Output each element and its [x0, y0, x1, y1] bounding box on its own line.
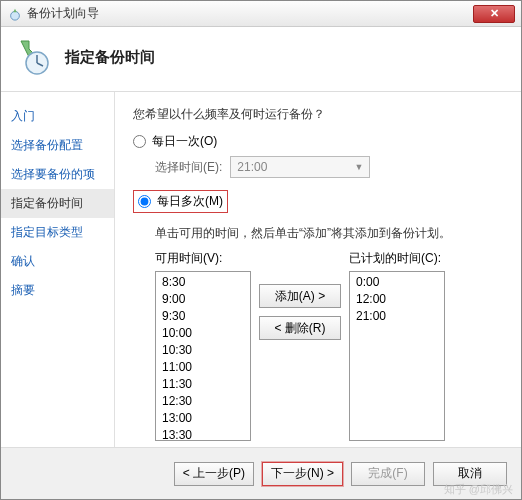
select-time-label: 选择时间(E):	[155, 159, 222, 176]
app-icon	[7, 6, 23, 22]
available-listbox[interactable]: 8:309:009:3010:0010:3011:0011:3012:3013:…	[155, 271, 251, 441]
sidebar: 入门选择备份配置选择要备份的项指定备份时间指定目标类型确认摘要	[1, 92, 115, 450]
radio-multi[interactable]	[138, 195, 151, 208]
available-label: 可用时间(V):	[155, 250, 251, 267]
select-time-row: 选择时间(E): 21:00 ▼	[155, 156, 503, 178]
available-time-option[interactable]: 12:30	[160, 393, 246, 409]
available-time-option[interactable]: 13:00	[160, 410, 246, 426]
available-time-option[interactable]: 10:30	[160, 342, 246, 358]
titlebar: 备份计划向导 ✕	[1, 1, 521, 27]
page-title: 指定备份时间	[65, 48, 155, 67]
wizard-header: 指定备份时间	[1, 27, 521, 92]
radio-once[interactable]	[133, 135, 146, 148]
hint-text: 单击可用的时间，然后单击“添加”将其添加到备份计划。	[155, 225, 503, 242]
close-button[interactable]: ✕	[473, 5, 515, 23]
radio-multi-row[interactable]: 每日多次(M)	[133, 190, 228, 213]
available-time-option[interactable]: 11:00	[160, 359, 246, 375]
select-time-combo[interactable]: 21:00 ▼	[230, 156, 370, 178]
scheduled-time-option[interactable]: 12:00	[354, 291, 440, 307]
radio-once-label: 每日一次(O)	[152, 133, 217, 150]
finish-button[interactable]: 完成(F)	[351, 462, 425, 486]
main-panel: 您希望以什么频率及何时运行备份？ 每日一次(O) 选择时间(E): 21:00 …	[115, 92, 521, 450]
schedule-icon	[15, 37, 55, 77]
available-time-option[interactable]: 9:30	[160, 308, 246, 324]
wizard-footer: < 上一步(P) 下一步(N) > 完成(F) 取消	[1, 447, 521, 499]
chevron-down-icon: ▼	[354, 162, 363, 172]
next-button[interactable]: 下一步(N) >	[262, 462, 343, 486]
sidebar-item-2[interactable]: 选择要备份的项	[1, 160, 114, 189]
time-lists: 可用时间(V): 8:309:009:3010:0010:3011:0011:3…	[155, 250, 503, 441]
sidebar-item-6[interactable]: 摘要	[1, 276, 114, 305]
available-time-option[interactable]: 11:30	[160, 376, 246, 392]
sidebar-item-0[interactable]: 入门	[1, 102, 114, 131]
scheduled-label: 已计划的时间(C):	[349, 250, 445, 267]
sidebar-item-4[interactable]: 指定目标类型	[1, 218, 114, 247]
cancel-button[interactable]: 取消	[433, 462, 507, 486]
available-time-option[interactable]: 13:30	[160, 427, 246, 441]
add-button[interactable]: 添加(A) >	[259, 284, 341, 308]
sidebar-item-3[interactable]: 指定备份时间	[1, 189, 114, 218]
available-time-option[interactable]: 9:00	[160, 291, 246, 307]
radio-multi-label: 每日多次(M)	[157, 193, 223, 210]
sidebar-item-1[interactable]: 选择备份配置	[1, 131, 114, 160]
wizard-window: 备份计划向导 ✕ 指定备份时间 入门选择备份配置选择要备份的项指定备份时间指定目…	[0, 0, 522, 500]
available-time-option[interactable]: 10:00	[160, 325, 246, 341]
radio-once-row[interactable]: 每日一次(O)	[133, 133, 503, 150]
wizard-body: 入门选择备份配置选择要备份的项指定备份时间指定目标类型确认摘要 您希望以什么频率…	[1, 92, 521, 450]
remove-button[interactable]: < 删除(R)	[259, 316, 341, 340]
scheduled-listbox[interactable]: 0:0012:0021:00	[349, 271, 445, 441]
sidebar-item-5[interactable]: 确认	[1, 247, 114, 276]
select-time-value: 21:00	[237, 160, 267, 174]
scheduled-time-option[interactable]: 0:00	[354, 274, 440, 290]
available-time-option[interactable]: 8:30	[160, 274, 246, 290]
window-title: 备份计划向导	[27, 5, 473, 22]
svg-point-0	[11, 11, 20, 20]
prompt-text: 您希望以什么频率及何时运行备份？	[133, 106, 503, 123]
scheduled-time-option[interactable]: 21:00	[354, 308, 440, 324]
prev-button[interactable]: < 上一步(P)	[174, 462, 254, 486]
